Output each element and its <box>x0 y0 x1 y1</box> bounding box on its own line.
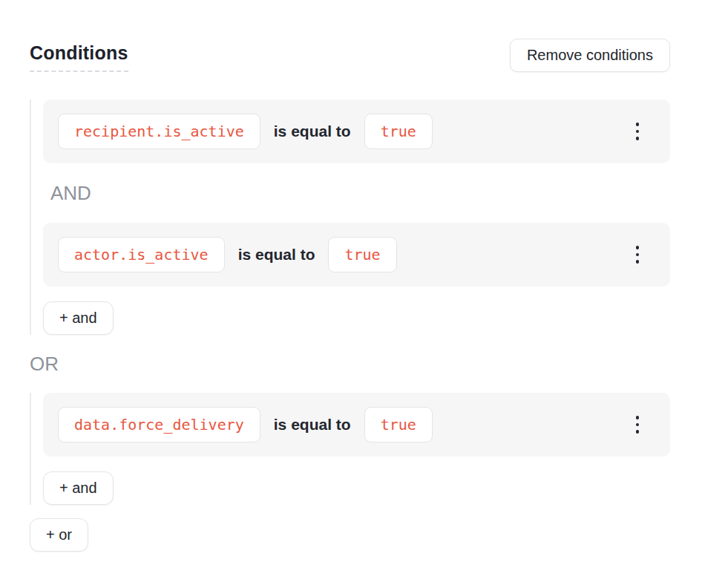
add-and-button[interactable]: + and <box>43 471 114 505</box>
and-joiner-label: AND <box>50 183 670 203</box>
condition-row: recipient.is_active is equal to true <box>43 99 670 163</box>
field-chip[interactable]: actor.is_active <box>58 237 225 272</box>
condition-row: actor.is_active is equal to true <box>43 223 670 287</box>
kebab-menu-icon[interactable] <box>629 240 647 270</box>
kebab-menu-icon[interactable] <box>629 117 647 146</box>
condition-group-1: recipient.is_active is equal to true AND… <box>30 99 670 335</box>
add-or-button[interactable]: + or <box>30 518 88 552</box>
operator-label: is equal to <box>274 122 351 140</box>
field-chip[interactable]: recipient.is_active <box>58 114 260 149</box>
operator-label: is equal to <box>238 246 315 264</box>
field-chip[interactable]: data.force_delivery <box>58 407 260 442</box>
conditions-panel: Conditions Remove conditions recipient.i… <box>0 0 702 552</box>
value-chip[interactable]: true <box>328 237 396 272</box>
condition-group-2: data.force_delivery is equal to true + a… <box>30 393 670 505</box>
page-title: Conditions <box>30 42 128 72</box>
condition-row: data.force_delivery is equal to true <box>43 393 670 457</box>
remove-conditions-button[interactable]: Remove conditions <box>510 39 670 72</box>
operator-label: is equal to <box>274 416 351 434</box>
value-chip[interactable]: true <box>364 407 433 442</box>
add-and-button[interactable]: + and <box>43 301 114 335</box>
conditions-header: Conditions Remove conditions <box>30 39 670 72</box>
value-chip[interactable]: true <box>364 114 433 149</box>
kebab-menu-icon[interactable] <box>629 410 647 440</box>
or-joiner-label: OR <box>30 354 670 373</box>
